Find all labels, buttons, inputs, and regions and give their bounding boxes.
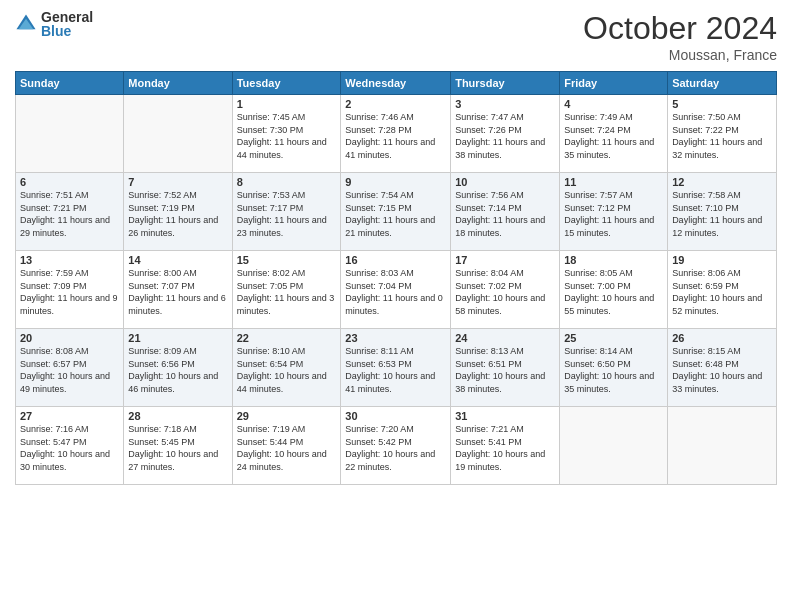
day-number: 28 <box>128 410 227 422</box>
day-number: 26 <box>672 332 772 344</box>
cell-0-0 <box>16 95 124 173</box>
day-number: 27 <box>20 410 119 422</box>
day-number: 11 <box>564 176 663 188</box>
week-row-0: 1 Sunrise: 7:45 AMSunset: 7:30 PMDayligh… <box>16 95 777 173</box>
cell-4-3: 30 Sunrise: 7:20 AMSunset: 5:42 PMDaylig… <box>341 407 451 485</box>
day-info: Sunrise: 7:21 AMSunset: 5:41 PMDaylight:… <box>455 424 545 472</box>
cell-2-4: 17 Sunrise: 8:04 AMSunset: 7:02 PMDaylig… <box>451 251 560 329</box>
header-friday: Friday <box>560 72 668 95</box>
day-number: 30 <box>345 410 446 422</box>
week-row-4: 27 Sunrise: 7:16 AMSunset: 5:47 PMDaylig… <box>16 407 777 485</box>
cell-0-2: 1 Sunrise: 7:45 AMSunset: 7:30 PMDayligh… <box>232 95 341 173</box>
day-info: Sunrise: 8:14 AMSunset: 6:50 PMDaylight:… <box>564 346 654 394</box>
day-number: 23 <box>345 332 446 344</box>
header-thursday: Thursday <box>451 72 560 95</box>
day-number: 17 <box>455 254 555 266</box>
header-saturday: Saturday <box>668 72 777 95</box>
day-info: Sunrise: 7:57 AMSunset: 7:12 PMDaylight:… <box>564 190 654 238</box>
day-info: Sunrise: 7:56 AMSunset: 7:14 PMDaylight:… <box>455 190 545 238</box>
cell-4-1: 28 Sunrise: 7:18 AMSunset: 5:45 PMDaylig… <box>124 407 232 485</box>
cell-3-6: 26 Sunrise: 8:15 AMSunset: 6:48 PMDaylig… <box>668 329 777 407</box>
cell-2-0: 13 Sunrise: 7:59 AMSunset: 7:09 PMDaylig… <box>16 251 124 329</box>
cell-1-4: 10 Sunrise: 7:56 AMSunset: 7:14 PMDaylig… <box>451 173 560 251</box>
cell-2-2: 15 Sunrise: 8:02 AMSunset: 7:05 PMDaylig… <box>232 251 341 329</box>
day-number: 5 <box>672 98 772 110</box>
logo-blue-text: Blue <box>41 24 93 38</box>
cell-4-4: 31 Sunrise: 7:21 AMSunset: 5:41 PMDaylig… <box>451 407 560 485</box>
cell-4-5 <box>560 407 668 485</box>
cell-2-1: 14 Sunrise: 8:00 AMSunset: 7:07 PMDaylig… <box>124 251 232 329</box>
day-info: Sunrise: 7:50 AMSunset: 7:22 PMDaylight:… <box>672 112 762 160</box>
day-info: Sunrise: 7:45 AMSunset: 7:30 PMDaylight:… <box>237 112 327 160</box>
cell-3-2: 22 Sunrise: 8:10 AMSunset: 6:54 PMDaylig… <box>232 329 341 407</box>
cell-0-1 <box>124 95 232 173</box>
cell-2-5: 18 Sunrise: 8:05 AMSunset: 7:00 PMDaylig… <box>560 251 668 329</box>
day-number: 10 <box>455 176 555 188</box>
day-info: Sunrise: 7:59 AMSunset: 7:09 PMDaylight:… <box>20 268 118 316</box>
cell-3-0: 20 Sunrise: 8:08 AMSunset: 6:57 PMDaylig… <box>16 329 124 407</box>
day-number: 19 <box>672 254 772 266</box>
day-number: 18 <box>564 254 663 266</box>
day-number: 25 <box>564 332 663 344</box>
day-number: 24 <box>455 332 555 344</box>
cell-1-2: 8 Sunrise: 7:53 AMSunset: 7:17 PMDayligh… <box>232 173 341 251</box>
header-monday: Monday <box>124 72 232 95</box>
day-number: 20 <box>20 332 119 344</box>
day-info: Sunrise: 7:47 AMSunset: 7:26 PMDaylight:… <box>455 112 545 160</box>
day-info: Sunrise: 7:19 AMSunset: 5:44 PMDaylight:… <box>237 424 327 472</box>
cell-1-6: 12 Sunrise: 7:58 AMSunset: 7:10 PMDaylig… <box>668 173 777 251</box>
day-info: Sunrise: 7:49 AMSunset: 7:24 PMDaylight:… <box>564 112 654 160</box>
logo-text: General Blue <box>41 10 93 38</box>
day-info: Sunrise: 7:52 AMSunset: 7:19 PMDaylight:… <box>128 190 218 238</box>
cell-0-6: 5 Sunrise: 7:50 AMSunset: 7:22 PMDayligh… <box>668 95 777 173</box>
day-info: Sunrise: 7:54 AMSunset: 7:15 PMDaylight:… <box>345 190 435 238</box>
day-number: 6 <box>20 176 119 188</box>
day-number: 16 <box>345 254 446 266</box>
cell-0-3: 2 Sunrise: 7:46 AMSunset: 7:28 PMDayligh… <box>341 95 451 173</box>
day-number: 12 <box>672 176 772 188</box>
day-info: Sunrise: 7:53 AMSunset: 7:17 PMDaylight:… <box>237 190 327 238</box>
day-info: Sunrise: 8:08 AMSunset: 6:57 PMDaylight:… <box>20 346 110 394</box>
header-wednesday: Wednesday <box>341 72 451 95</box>
day-number: 1 <box>237 98 337 110</box>
day-info: Sunrise: 7:20 AMSunset: 5:42 PMDaylight:… <box>345 424 435 472</box>
day-info: Sunrise: 8:02 AMSunset: 7:05 PMDaylight:… <box>237 268 335 316</box>
day-number: 2 <box>345 98 446 110</box>
day-info: Sunrise: 8:00 AMSunset: 7:07 PMDaylight:… <box>128 268 226 316</box>
day-info: Sunrise: 8:11 AMSunset: 6:53 PMDaylight:… <box>345 346 435 394</box>
header: General Blue October 2024 Moussan, Franc… <box>15 10 777 63</box>
day-info: Sunrise: 8:13 AMSunset: 6:51 PMDaylight:… <box>455 346 545 394</box>
cell-4-0: 27 Sunrise: 7:16 AMSunset: 5:47 PMDaylig… <box>16 407 124 485</box>
header-tuesday: Tuesday <box>232 72 341 95</box>
day-number: 8 <box>237 176 337 188</box>
day-number: 31 <box>455 410 555 422</box>
cell-1-3: 9 Sunrise: 7:54 AMSunset: 7:15 PMDayligh… <box>341 173 451 251</box>
day-info: Sunrise: 8:15 AMSunset: 6:48 PMDaylight:… <box>672 346 762 394</box>
day-number: 15 <box>237 254 337 266</box>
cell-1-0: 6 Sunrise: 7:51 AMSunset: 7:21 PMDayligh… <box>16 173 124 251</box>
calendar-table: Sunday Monday Tuesday Wednesday Thursday… <box>15 71 777 485</box>
cell-0-4: 3 Sunrise: 7:47 AMSunset: 7:26 PMDayligh… <box>451 95 560 173</box>
day-info: Sunrise: 8:03 AMSunset: 7:04 PMDaylight:… <box>345 268 443 316</box>
header-sunday: Sunday <box>16 72 124 95</box>
day-number: 9 <box>345 176 446 188</box>
day-info: Sunrise: 7:51 AMSunset: 7:21 PMDaylight:… <box>20 190 110 238</box>
location: Moussan, France <box>583 47 777 63</box>
day-info: Sunrise: 8:06 AMSunset: 6:59 PMDaylight:… <box>672 268 762 316</box>
day-number: 29 <box>237 410 337 422</box>
day-info: Sunrise: 7:58 AMSunset: 7:10 PMDaylight:… <box>672 190 762 238</box>
day-number: 13 <box>20 254 119 266</box>
cell-1-1: 7 Sunrise: 7:52 AMSunset: 7:19 PMDayligh… <box>124 173 232 251</box>
day-number: 21 <box>128 332 227 344</box>
week-row-3: 20 Sunrise: 8:08 AMSunset: 6:57 PMDaylig… <box>16 329 777 407</box>
logo: General Blue <box>15 10 93 38</box>
cell-4-6 <box>668 407 777 485</box>
day-number: 4 <box>564 98 663 110</box>
cell-3-4: 24 Sunrise: 8:13 AMSunset: 6:51 PMDaylig… <box>451 329 560 407</box>
cell-2-6: 19 Sunrise: 8:06 AMSunset: 6:59 PMDaylig… <box>668 251 777 329</box>
cell-3-1: 21 Sunrise: 8:09 AMSunset: 6:56 PMDaylig… <box>124 329 232 407</box>
day-number: 3 <box>455 98 555 110</box>
week-row-1: 6 Sunrise: 7:51 AMSunset: 7:21 PMDayligh… <box>16 173 777 251</box>
logo-icon <box>15 13 37 35</box>
cell-3-5: 25 Sunrise: 8:14 AMSunset: 6:50 PMDaylig… <box>560 329 668 407</box>
